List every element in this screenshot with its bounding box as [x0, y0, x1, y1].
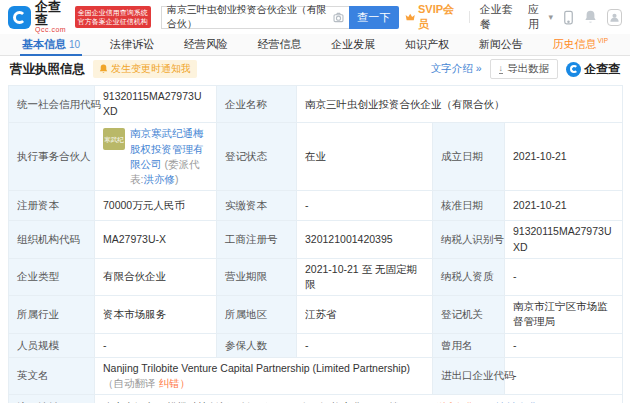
- credit-code-value: 91320115MA27973UXD: [95, 86, 217, 123]
- field-label: 工商注册号: [217, 221, 297, 258]
- qcc-logo-subtext: Qcc.com: [35, 26, 69, 34]
- auto-translate-note: （自动翻译: [103, 377, 156, 389]
- notify-on-change-button[interactable]: 发生变更时通知我: [93, 60, 197, 78]
- search-value: 南京三叶虫创业投资合伙企业（有限合伙）: [167, 3, 333, 31]
- qcc-watermark-icon: [566, 62, 581, 77]
- field-label: 组织机构代码: [9, 221, 95, 258]
- tab-news-announcements[interactable]: 新闻公告: [473, 34, 529, 55]
- business-license-table: 统一社会信用代码 91320115MA27973UXD 企业名称 南京三叶虫创业…: [8, 85, 623, 403]
- camera-icon[interactable]: [333, 12, 344, 23]
- field-label: 注册资本: [9, 191, 95, 221]
- field-label: 所属地区: [217, 296, 297, 333]
- apps-label: 应用: [528, 2, 546, 32]
- avatar[interactable]: [607, 9, 622, 26]
- org-code-value: MA27973U-X: [95, 221, 217, 258]
- correct-link[interactable]: 纠错）: [158, 377, 190, 389]
- field-label: 英文名: [9, 357, 95, 394]
- table-row: 执行事务合伙人 寒武纪 南京寒武纪通梅股权投资管理有限公司 (委派代表:洪亦修)…: [9, 123, 623, 191]
- tab-count: 10: [69, 39, 80, 50]
- table-row: 注册资本 70000万元人民币 实缴资本 - 核准日期 2021-10-21: [9, 191, 623, 221]
- tab-history-info[interactable]: 历史信息 VIP: [546, 34, 613, 55]
- tab-label: 经营信息: [257, 37, 301, 52]
- table-row: 组织机构代码 MA27973U-X 工商注册号 320121001420395 …: [9, 221, 623, 258]
- business-term-value: 2021-10-21 至 无固定期限: [297, 258, 433, 295]
- divider: [469, 11, 470, 23]
- tab-company-development[interactable]: 企业发展: [325, 34, 381, 55]
- download-icon: ↓: [499, 64, 504, 74]
- search-bar: 南京三叶虫创业投资合伙企业（有限合伙） 查一下: [161, 6, 399, 29]
- field-label: 登记状态: [217, 123, 297, 191]
- search-input[interactable]: 南京三叶虫创业投资合伙企业（有限合伙）: [161, 6, 349, 29]
- field-label: 统一社会信用代码: [9, 86, 95, 123]
- section-header: 营业执照信息 发生变更时通知我 文字介绍 » ↓ 导出数据 企查查: [0, 56, 630, 82]
- section-actions: 文字介绍 » ↓ 导出数据 企查查: [431, 59, 620, 79]
- registered-capital-value: 70000万元人民币: [95, 191, 217, 221]
- badge-line1: 全国企业信用查询系统: [78, 8, 148, 17]
- tab-label: 历史信息: [552, 37, 596, 52]
- field-label: 核准日期: [433, 191, 505, 221]
- english-name-value: Nanjing Trilobite Venture Capital Partne…: [103, 362, 410, 374]
- qcc-logo[interactable]: 企查查 Qcc.com: [8, 0, 69, 34]
- qcc-logo-text: 企查查: [35, 0, 69, 26]
- notification-bell-icon[interactable]: [584, 10, 597, 24]
- delegate-link[interactable]: 洪亦修: [143, 173, 175, 185]
- delegate-suffix: ): [175, 173, 179, 185]
- field-label: 纳税人识别号: [433, 221, 505, 258]
- qcc-watermark: 企查查: [566, 61, 620, 78]
- apps-menu[interactable]: 应用 ▾: [528, 2, 553, 32]
- table-row: 所属行业 资本市场服务 所属地区 江苏省 登记机关 南京市江宁区市场监督管理局: [9, 296, 623, 333]
- field-label: 企业类型: [9, 258, 95, 295]
- table-row: 企业类型 有限合伙企业 营业期限 2021-10-21 至 无固定期限 纳税人资…: [9, 258, 623, 295]
- table-row: 人员规模 - 参保人数 - 曾用名 -: [9, 333, 623, 357]
- svip-link[interactable]: SVIP会员: [405, 2, 459, 32]
- tab-business-info[interactable]: 经营信息: [251, 34, 307, 55]
- top-header: 企查查 Qcc.com 全国企业信用查询系统 官方备案企业征信机构 南京三叶虫创…: [0, 0, 630, 34]
- crown-icon: [405, 12, 415, 22]
- tab-basic-info[interactable]: 基本信息 10: [16, 34, 86, 55]
- tab-legal-proceedings[interactable]: 法律诉讼: [104, 34, 160, 55]
- svip-label: SVIP会员: [418, 2, 459, 32]
- notify-bell-icon: [99, 64, 108, 74]
- certification-badge: 全国企业信用查询系统 官方备案企业征信机构: [75, 6, 151, 29]
- badge-line2: 官方备案企业征信机构: [78, 17, 148, 26]
- field-label: 所属行业: [9, 296, 95, 333]
- tab-label: 法律诉讼: [110, 37, 154, 52]
- chevron-down-icon: ▾: [548, 12, 553, 22]
- tab-intellectual-property[interactable]: 知识产权: [399, 34, 455, 55]
- export-label: 导出数据: [507, 62, 549, 76]
- field-label: 进出口企业代码: [433, 357, 505, 394]
- taxpayer-id-value: 91320115MA27973UXD: [505, 221, 623, 258]
- field-label: 执行事务合伙人: [9, 123, 95, 191]
- registered-address-cell: 南京市江宁区麒麟科技创新园创研路266号人工智能产业园5号楼603A 附近企业 …: [95, 395, 623, 403]
- field-label: 营业期限: [217, 258, 297, 295]
- company-nav-tabs: 基本信息 10 法律诉讼 经营风险 经营信息 企业发展 知识产权 新闻公告 历史…: [0, 34, 630, 56]
- business-reg-number-value: 320121001420395: [297, 221, 433, 258]
- table-row: 英文名 Nanjing Trilobite Venture Capital Pa…: [9, 357, 623, 394]
- qcc-logo-icon: [8, 6, 31, 29]
- search-button[interactable]: 查一下: [349, 6, 399, 29]
- qcc-watermark-text: 企查查: [584, 61, 620, 78]
- establish-date-value: 2021-10-21: [505, 123, 623, 191]
- paid-capital-value: -: [297, 191, 433, 221]
- vip-badge: VIP: [597, 37, 607, 44]
- table-row: 统一社会信用代码 91320115MA27973UXD 企业名称 南京三叶虫创业…: [9, 86, 623, 123]
- package-link[interactable]: 企业套餐: [480, 2, 518, 32]
- former-name-value: -: [505, 333, 623, 357]
- field-label: 纳税人资质: [433, 258, 505, 295]
- field-label: 成立日期: [433, 123, 505, 191]
- approval-date-value: 2021-10-21: [505, 191, 623, 221]
- english-name-cell: Nanjing Trilobite Venture Capital Partne…: [95, 357, 433, 394]
- field-label: 实缴资本: [217, 191, 297, 221]
- registration-status-value: 在业: [297, 123, 433, 191]
- text-intro-link[interactable]: 文字介绍 »: [431, 62, 482, 76]
- executive-partner-cell: 寒武纪 南京寒武纪通梅股权投资管理有限公司 (委派代表:洪亦修): [95, 123, 217, 191]
- field-label: 登记机关: [433, 296, 505, 333]
- field-label: 参保人数: [217, 333, 297, 357]
- header-right: SVIP会员 企业套餐 应用 ▾: [405, 2, 622, 32]
- mobile-app-icon[interactable]: [563, 10, 574, 25]
- tab-operating-risk[interactable]: 经营风险: [178, 34, 234, 55]
- taxpayer-quality-value: -: [505, 258, 623, 295]
- insured-count-value: -: [297, 333, 433, 357]
- export-data-button[interactable]: ↓ 导出数据: [490, 59, 559, 79]
- tab-label: 新闻公告: [479, 37, 523, 52]
